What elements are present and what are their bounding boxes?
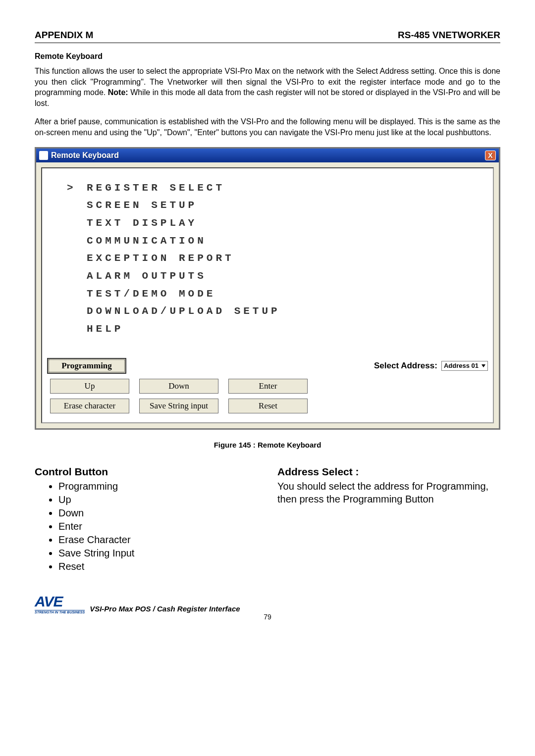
list-item: Save String Input <box>58 547 258 560</box>
close-icon[interactable]: X <box>485 151 496 160</box>
header-right: RS-485 VNETWORKER <box>398 30 500 41</box>
remote-keyboard-window: Remote Keyboard X >REGISTER SELECT SCREE… <box>35 147 500 430</box>
menu-item: SCREEN SETUP <box>87 197 197 214</box>
address-select-text: You should select the address for Progra… <box>277 480 500 505</box>
titlebar: Remote Keyboard X <box>36 149 499 162</box>
menu-marker: > <box>67 179 87 197</box>
menu-item: TEXT DISPLAY <box>87 214 197 232</box>
list-item: Up <box>58 493 258 506</box>
logo: AVE STRENGTH IN THE BUSINESS <box>35 593 85 614</box>
down-button[interactable]: Down <box>139 379 218 394</box>
app-icon <box>39 151 48 160</box>
select-address-label: Select Address: <box>374 361 437 371</box>
menu-item: HELP <box>87 320 123 338</box>
address-select[interactable]: Address 01 <box>441 361 488 371</box>
up-button[interactable]: Up <box>50 379 129 394</box>
menu-item: EXCEPTION REPORT <box>87 250 234 267</box>
header-left: APPENDIX M <box>35 30 93 41</box>
save-string-button[interactable]: Save String input <box>139 399 218 413</box>
menu-item: COMMUNICATION <box>87 232 207 250</box>
control-button-list: Programming Up Down Enter Erase Characte… <box>35 480 258 573</box>
address-select-heading: Address Select : <box>277 466 500 478</box>
window-title: Remote Keyboard <box>51 151 119 160</box>
reset-button[interactable]: Reset <box>228 399 308 413</box>
menu-item: REGISTER SELECT <box>87 179 225 197</box>
page-number: 79 <box>35 613 500 621</box>
list-item: Erase Character <box>58 533 258 547</box>
list-item: Programming <box>58 480 258 493</box>
logo-subtext: STRENGTH IN THE BUSINESS <box>35 610 85 614</box>
menu-item: DOWNLOAD/UPLOAD SETUP <box>87 302 280 320</box>
paragraph-2: After a brief pause, communication is es… <box>35 116 500 138</box>
enter-button[interactable]: Enter <box>228 379 308 394</box>
section-title: Remote Keyboard <box>35 52 500 61</box>
menu-item: ALARM OUTPUTS <box>87 267 207 285</box>
logo-text: AVE <box>35 593 62 609</box>
menu-area: >REGISTER SELECT SCREEN SETUP TEXT DISPL… <box>47 174 488 358</box>
menu-item: TEST/DEMO MODE <box>87 285 215 303</box>
programming-button[interactable]: Programming <box>47 358 126 374</box>
figure-caption: Figure 145 : Remote Keyboard <box>35 441 500 449</box>
list-item: Reset <box>58 560 258 573</box>
paragraph-1: This function allows the user to select … <box>35 66 500 108</box>
footer-text: VSI-Pro Max POS / Cash Register Interfac… <box>90 605 240 614</box>
control-button-heading: Control Button <box>35 466 258 478</box>
erase-character-button[interactable]: Erase character <box>50 399 129 413</box>
list-item: Enter <box>58 520 258 533</box>
list-item: Down <box>58 506 258 520</box>
note-label: Note: <box>108 88 128 97</box>
